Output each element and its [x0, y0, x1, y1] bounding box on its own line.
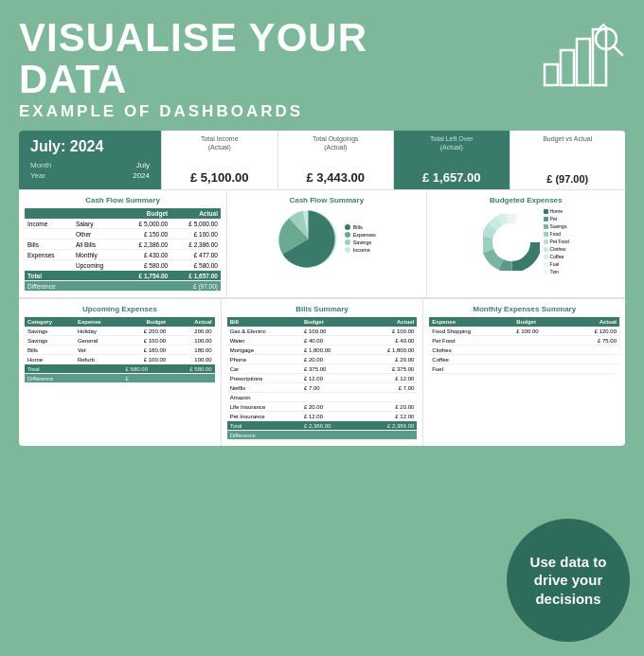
- cf-cell: £ (97.00): [170, 281, 221, 292]
- cell: £ 12.00: [301, 374, 359, 383]
- dashboard-top-row: July: 2024 Month July Year 2024 Total In…: [19, 131, 625, 190]
- cell: £ 2,386.00: [359, 421, 417, 431]
- subtitle: EXAMPLE OF DASHBOARDS: [19, 102, 367, 121]
- donut-legend-item: Fuel: [544, 261, 569, 267]
- cell: Netflix: [227, 383, 301, 393]
- table-row: Fuel: [429, 364, 619, 374]
- cf-cell: All Bills: [73, 239, 121, 250]
- table-row: Savings General £ 100.00 100.00: [25, 336, 215, 346]
- cell: £ 20.00: [301, 355, 359, 364]
- pie-container: Bills Expenses Savings Income: [233, 208, 420, 270]
- cf-cell: [121, 281, 171, 292]
- cell: £ 12.00: [359, 412, 417, 421]
- cf-cell: £ 430.00: [121, 250, 171, 260]
- donut-label: Pet Food: [550, 239, 569, 244]
- cell: £ 100.00: [123, 336, 170, 346]
- table-row: Home Refurb £ 100.00 100.00: [25, 355, 215, 364]
- cf-cell: [73, 271, 121, 281]
- donut-dot: [544, 209, 548, 214]
- table-row-total: Total £ 580.00 £ 580.00: [25, 364, 215, 374]
- legend-item: Income: [345, 247, 376, 253]
- cf-cell: £ 2,386.00: [170, 239, 221, 250]
- cell: Total: [227, 421, 301, 431]
- donut-legend-item: Coffee: [544, 254, 569, 259]
- cell: Difference: [25, 374, 123, 383]
- cf-cell: [25, 229, 73, 239]
- cell: £ 2,386.00: [301, 421, 359, 431]
- summary-box-budget: Budget vs Actual £ (97.00): [510, 131, 626, 189]
- budget-title: Budget vs Actual: [518, 135, 618, 143]
- cell: £ 100.00: [301, 327, 359, 336]
- cf-cell: Difference: [25, 281, 73, 292]
- cell: [169, 374, 215, 383]
- table-row-total: Total £ 2,386.00 £ 2,386.00: [227, 421, 418, 431]
- upcoming-expenses-section: Upcoming Expenses Category Expense Budge…: [19, 299, 222, 446]
- table-row: Clothes: [429, 346, 619, 355]
- cell: £ 200.00: [123, 327, 170, 336]
- table-row: Phone £ 20.00 £ 20.00: [227, 355, 418, 364]
- cell: £ 7.00: [301, 383, 359, 393]
- cell: Refurb: [75, 355, 123, 364]
- donut-label: Pet: [550, 216, 558, 222]
- cf-table: Budget Actual Income Salary £ 5,000.00 £…: [25, 208, 221, 292]
- cell: £ 7.00: [359, 383, 417, 393]
- budget-value: £ (97.00): [518, 173, 618, 185]
- cell: £ 100.00: [359, 327, 417, 336]
- cell: Fuel: [429, 364, 513, 374]
- cell: £ 20.00: [359, 402, 417, 412]
- summary-boxes: Total Income(Actual) £ 5,100.00 Total Ou…: [161, 131, 625, 189]
- cf-cell: Expenses: [25, 250, 73, 260]
- table-row-diff: Difference £ (97.00): [25, 281, 221, 292]
- cell: Food Shopping: [429, 327, 513, 336]
- cell: 100.00: [169, 336, 215, 346]
- cell: £ 20.00: [301, 402, 359, 412]
- year-value: 2024: [133, 171, 150, 180]
- donut-legend-item: Tion: [544, 269, 569, 275]
- donut-legend-item: Savings: [544, 223, 569, 229]
- outgoings-value: £ 3,443.00: [286, 170, 386, 185]
- bills-title: Bills Summary: [227, 305, 418, 313]
- cf-cell: £ 580.00: [121, 260, 171, 271]
- donut-label: Savings: [550, 223, 567, 229]
- cell: [301, 393, 359, 402]
- pie-chart: [277, 208, 339, 270]
- cf-col-cat: [25, 208, 73, 219]
- cell: Prescriptions: [227, 374, 301, 383]
- cf-cell: £ 5,000.00: [121, 219, 171, 229]
- cell: Car: [227, 364, 301, 374]
- cell: 100.00: [169, 355, 215, 364]
- legend-item: Bills: [345, 224, 376, 230]
- table-row: Upcoming £ 580.00 £ 580.00: [25, 260, 221, 271]
- cell: Coffee: [429, 355, 513, 364]
- cell: £ 580.00: [169, 364, 215, 374]
- cell: Water: [227, 336, 301, 346]
- donut-container: Home Pet Savings Food: [433, 208, 620, 276]
- legend-dot: [345, 239, 350, 245]
- header-section: VISUALISE YOUR DATA EXAMPLE OF DASHBOARD…: [19, 17, 625, 121]
- pie-legend: Bills Expenses Savings Income: [345, 224, 376, 255]
- legend-item: Expenses: [345, 232, 376, 238]
- cell: £ 40.00: [301, 336, 359, 346]
- cell: [513, 336, 566, 346]
- donut-dot: [544, 247, 548, 252]
- cell: [513, 364, 566, 374]
- date-title: July: 2024: [30, 138, 150, 155]
- cta-line3: decisions: [535, 591, 600, 607]
- summary-box-outgoings: Total Outgoings(Actual) £ 3,443.00: [277, 131, 394, 189]
- cell: £ 1,800.00: [359, 346, 417, 355]
- cell: Bills: [25, 346, 75, 355]
- donut-label: Home: [550, 208, 563, 214]
- cell: Pet Food: [429, 336, 513, 346]
- cell: £ 375.00: [359, 364, 417, 374]
- cf-cell: £ 580.00: [170, 260, 221, 271]
- cell: Holiday: [75, 327, 123, 336]
- cell: £ 100.00: [123, 355, 170, 364]
- col-actual: Actual: [359, 317, 417, 327]
- cf-table-block: Cash Flow Summary Budget Actual Income: [19, 190, 227, 297]
- legend-dot: [345, 247, 350, 253]
- col-budget: Budget: [301, 317, 359, 327]
- cf-col-item: [73, 208, 121, 219]
- income-title: Total Income(Actual): [170, 135, 270, 151]
- col-bill: Bill: [227, 317, 301, 327]
- summary-box-income: Total Income(Actual) £ 5,100.00: [161, 131, 277, 189]
